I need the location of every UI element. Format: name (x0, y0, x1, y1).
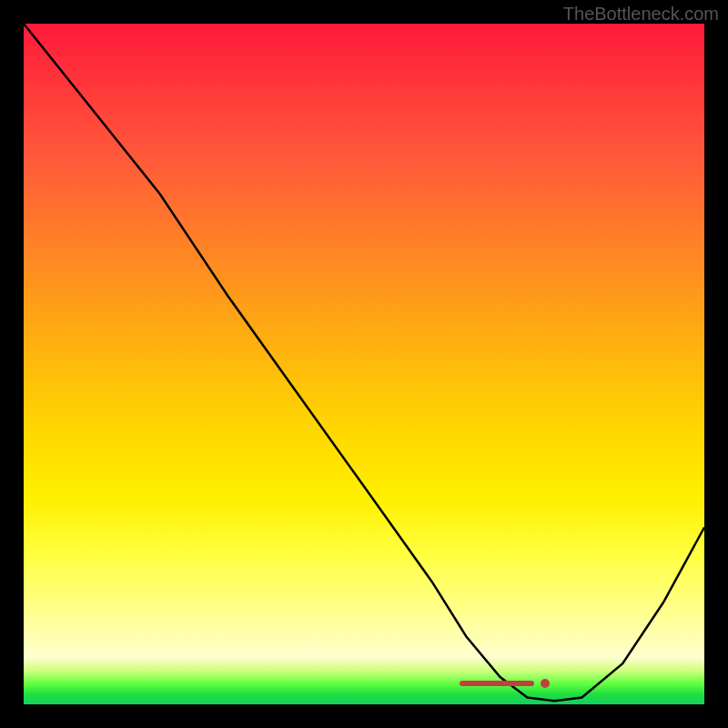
bottleneck-curve-svg (24, 24, 704, 704)
chart-plot-area (24, 24, 704, 704)
optimal-range-marker (460, 681, 534, 686)
bottleneck-curve-line (24, 24, 704, 701)
watermark-text: TheBottleneck.com (563, 4, 719, 25)
